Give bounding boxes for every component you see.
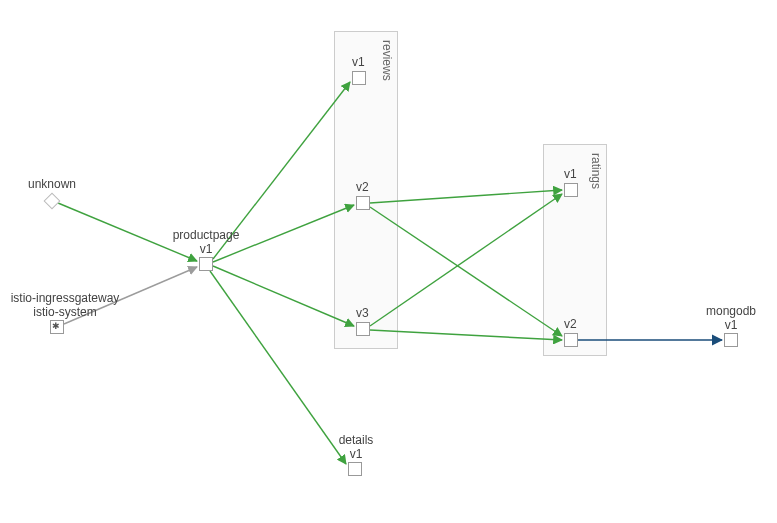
node-ratings-v2[interactable] [564,333,578,347]
node-mongodb-v1[interactable] [724,333,738,347]
node-reviews-v3[interactable] [356,322,370,336]
group-reviews-title: reviews [380,40,394,81]
node-details-label2: v1 [326,448,386,462]
node-details-label1: details [326,434,386,448]
node-reviews-v3-label: v3 [356,307,369,321]
node-ratings-v1-label: v1 [564,168,577,182]
node-productpage-label2: v1 [166,243,246,257]
node-reviews-v2-label: v2 [356,181,369,195]
node-unknown-label: unknown [28,178,76,192]
edge-reviews-v3-ratings-v2 [370,330,562,340]
edge-reviews-v3-ratings-v1 [370,194,562,326]
node-productpage-v1[interactable] [199,257,213,271]
node-ingress-label1: istio-ingressgateway [6,292,124,306]
edge-reviews-v2-ratings-v2 [370,207,562,336]
node-reviews-v2[interactable] [356,196,370,210]
node-ratings-v1[interactable] [564,183,578,197]
node-mongodb-label2: v1 [700,319,762,333]
node-mongodb-label1: mongodb [700,305,762,319]
edge-reviews-v2-ratings-v1 [370,190,562,203]
node-productpage-label1: productpage [166,229,246,243]
gateway-icon: ✱ [52,322,60,331]
node-reviews-v1[interactable] [352,71,366,85]
edge-productpage-reviews-v3 [213,266,354,326]
node-details-v1[interactable] [348,462,362,476]
node-reviews-v1-label: v1 [352,56,365,70]
node-unknown[interactable] [44,193,61,210]
node-ratings-v2-label: v2 [564,318,577,332]
node-ingress-label2: istio-system [6,306,124,320]
group-ratings-title: ratings [589,153,603,189]
